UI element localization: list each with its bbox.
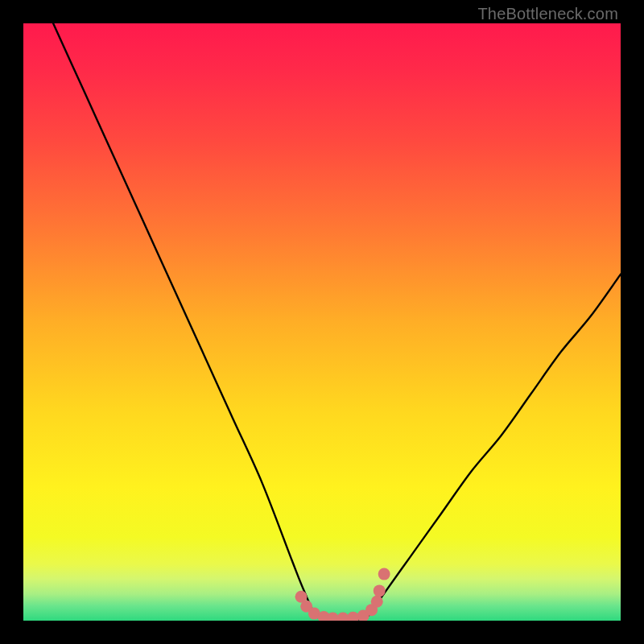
highlight-dot xyxy=(336,613,349,621)
highlight-dot xyxy=(374,584,386,597)
plot-area xyxy=(23,23,621,621)
highlight-dot xyxy=(371,596,383,608)
chart-frame: TheBottleneck.com xyxy=(0,0,644,644)
watermark-label: TheBottleneck.com xyxy=(477,5,618,23)
highlight-dot xyxy=(378,568,390,580)
highlight-dots xyxy=(23,23,621,621)
